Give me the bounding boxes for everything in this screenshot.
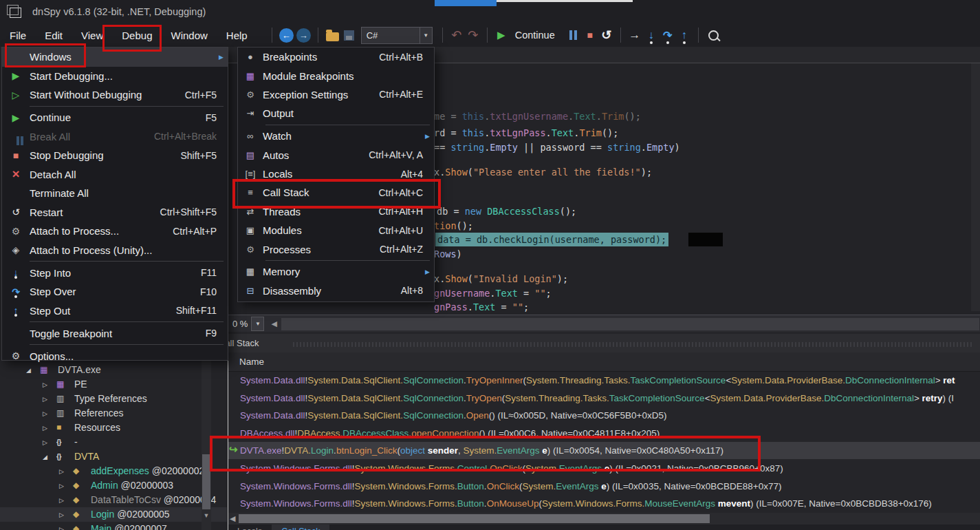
show-next-statement-icon[interactable]: →	[627, 27, 643, 43]
expand-icon[interactable]: ▷	[59, 494, 64, 508]
undo-icon[interactable]: ↶	[448, 27, 465, 43]
menu-item-locals[interactable]: [≡]LocalsAlt+4	[238, 165, 434, 183]
call-stack-column-header[interactable]: Name	[228, 352, 980, 372]
callstack-horizontal-scrollbar[interactable]: ◀	[228, 513, 980, 524]
editor-vertical-scrollbar[interactable]	[971, 63, 980, 311]
menu-item-processes[interactable]: ⚙ProcessesCtrl+Alt+Z	[238, 240, 434, 258]
zoom-dropdown-icon[interactable]: ▼	[251, 317, 264, 331]
callstack-frame[interactable]: System.Data.dll!System.Data.SqlClient.Sq…	[228, 390, 980, 407]
tree-item-admin[interactable]: ▷◆Admin @02000003	[0, 478, 227, 493]
expand-icon[interactable]: ▷	[59, 465, 64, 479]
search-icon[interactable]	[708, 30, 719, 41]
step-out-icon[interactable]: ↑	[676, 27, 693, 43]
language-combobox[interactable]: C# ▼	[361, 27, 433, 44]
callstack-frame-active[interactable]: DVTA.exe!DVTA.Login.btnLogin_Click(objec…	[228, 442, 980, 459]
menu-item-shortcut: Shift+F5	[180, 150, 228, 161]
menu-item-restart[interactable]: ↺RestartCtrl+Shift+F5	[2, 203, 228, 222]
tree-item-[interactable]: ▷{ }-	[0, 435, 227, 449]
collapse-icon[interactable]: ◢	[26, 363, 31, 378]
break-all-icon[interactable]	[569, 30, 578, 40]
menu-item-modules[interactable]: ▣ModulesCtrl+Alt+U	[238, 221, 434, 240]
menu-debug[interactable]: Debug	[122, 25, 152, 45]
scroll-left-icon[interactable]: ◀	[230, 514, 235, 523]
menu-item-break-all[interactable]: Break AllCtrl+Alt+Break	[2, 127, 228, 147]
editor-zoom-level[interactable]: 0 %	[232, 319, 248, 329]
scroll-down-icon[interactable]: ▼	[202, 512, 210, 519]
menu-edit[interactable]: Edit	[45, 25, 63, 45]
menu-item-start-without-debugging[interactable]: ▷Start Without DebuggingCtrl+F5	[2, 85, 228, 105]
tab-call-stack[interactable]: Call Stack	[272, 524, 329, 530]
call-stack-title-bar[interactable]: Call Stack	[228, 334, 980, 352]
save-all-icon[interactable]	[344, 30, 354, 41]
navigate-back-icon[interactable]: ←	[279, 28, 294, 43]
menu-item-autos[interactable]: ▤AutosCtrl+Alt+V, A	[238, 145, 434, 164]
expand-icon[interactable]: ▷	[43, 436, 47, 450]
step-over-icon[interactable]: ↷	[660, 27, 676, 43]
callstack-frame[interactable]: System.Data.dll!System.Data.SqlClient.Sq…	[228, 372, 980, 389]
menu-item-step-into[interactable]: ↓Step IntoF11	[2, 264, 228, 283]
tab-locals[interactable]: Locals	[228, 524, 272, 530]
continue-button-label[interactable]: Continue	[515, 30, 555, 41]
menu-item-module-breakpoints[interactable]: ▦Module Breakpoints	[238, 66, 434, 85]
menu-item-terminate-all[interactable]: Terminate All	[2, 184, 228, 203]
menu-item-breakpoints[interactable]: ●BreakpointsCtrl+Alt+B	[238, 47, 434, 66]
menu-item-continue[interactable]: ▶ContinueF5	[2, 108, 228, 127]
callstack-frame[interactable]: System.Windows.Forms.dll!System.Windows.…	[228, 495, 980, 512]
menu-item-step-out[interactable]: ↑Step OutShift+F11	[2, 301, 228, 321]
menu-item-exception-settings[interactable]: ⚙Exception SettingsCtrl+Alt+E	[238, 85, 434, 104]
callstack-scrollbar-thumb[interactable]	[239, 514, 710, 523]
callstack-frame[interactable]: DBAccess.dll!DBAccess.DBAccessClass.open…	[228, 425, 980, 442]
menu-item-watch[interactable]: ∞Watch▶	[238, 127, 434, 145]
continue-icon[interactable]: ▶	[493, 27, 510, 43]
restart-icon[interactable]: ↺	[598, 27, 615, 43]
menu-item-attach-to-process[interactable]: ⚙Attach to Process...Ctrl+Alt+P	[2, 222, 228, 241]
tree-item-references[interactable]: ▷▥References	[0, 406, 227, 421]
menu-item-start-debugging[interactable]: ▶Start Debugging...	[2, 67, 228, 86]
collapse-icon[interactable]: ◢	[43, 450, 47, 465]
tree-item-type-references[interactable]: ▷▥Type References	[0, 392, 227, 406]
chevron-down-icon[interactable]: ▼	[420, 28, 432, 43]
step-into-icon[interactable]: ↓	[643, 27, 660, 43]
menu-item-toggle-breakpoint[interactable]: Toggle BreakpointF9	[2, 324, 228, 343]
scroll-left-icon[interactable]: ◀	[271, 319, 276, 328]
navigate-forward-icon[interactable]: →	[296, 28, 311, 43]
expand-icon[interactable]: ▷	[59, 522, 64, 530]
menu-item-options[interactable]: ⚙Options...	[2, 347, 228, 366]
open-file-icon[interactable]	[326, 32, 339, 41]
menu-item-threads[interactable]: ⇄ThreadsCtrl+Alt+H	[238, 202, 434, 221]
menu-item-output[interactable]: ⇥Output	[238, 104, 434, 123]
callstack-frame[interactable]: System.Data.dll!System.Data.SqlClient.Sq…	[228, 407, 980, 424]
expand-icon[interactable]: ▷	[43, 407, 47, 421]
redo-icon[interactable]: ↷	[465, 27, 481, 43]
tree-item-datatabletocsv[interactable]: ▷◆DataTableToCsv @02000004	[0, 493, 227, 507]
callstack-frame[interactable]: System.Windows.Forms.dll!System.Windows.…	[228, 478, 980, 495]
tree-item-main[interactable]: ▷◆Main @02000007	[0, 522, 227, 530]
menu-item-detach-all[interactable]: ×Detach All	[2, 165, 228, 184]
menu-file[interactable]: File	[10, 25, 26, 45]
tree-item-login[interactable]: ▷◆Login @02000005	[0, 507, 227, 522]
menu-item-memory[interactable]: ▦Memory▶	[238, 262, 434, 281]
tree-item-pe[interactable]: ▷▦PE	[0, 377, 227, 392]
restart-icon: ↺	[2, 206, 30, 218]
menu-item-attach-to-process-unity[interactable]: ◈Attach to Process (Unity)...	[2, 241, 228, 260]
expand-icon[interactable]: ▷	[43, 378, 47, 392]
expand-icon[interactable]: ▷	[43, 421, 47, 436]
menu-item-stop-debugging[interactable]: ■Stop DebuggingShift+F5	[2, 146, 228, 165]
menu-view[interactable]: View	[81, 25, 103, 45]
menu-help[interactable]: Help	[226, 25, 248, 45]
tree-item-resources[interactable]: ▷■Resources	[0, 421, 227, 435]
tree-scrollbar-thumb[interactable]	[202, 454, 210, 509]
expand-icon[interactable]: ▷	[59, 508, 64, 522]
tree-item-addexpenses[interactable]: ▷◆addExpenses @02000002	[0, 464, 227, 478]
callstack-frame[interactable]: System.Windows.Forms.dll!System.Windows.…	[228, 460, 980, 477]
expand-icon[interactable]: ▷	[59, 479, 64, 494]
stop-debugging-icon[interactable]: ■	[582, 27, 598, 43]
menu-window[interactable]: Window	[171, 25, 207, 45]
expand-icon[interactable]: ▷	[43, 392, 47, 407]
tree-item-dvta[interactable]: ◢{ }DVTA	[0, 449, 227, 464]
menu-item-disassembly[interactable]: ⊟DisassemblyAlt+8	[238, 282, 434, 300]
menu-item-windows[interactable]: Windows▶	[2, 47, 228, 67]
menu-item-call-stack[interactable]: ≡Call StackCtrl+Alt+C	[238, 183, 434, 202]
menu-item-step-over[interactable]: ↷Step OverF10	[2, 282, 228, 301]
editor-horizontal-scrollbar[interactable]	[281, 318, 979, 330]
